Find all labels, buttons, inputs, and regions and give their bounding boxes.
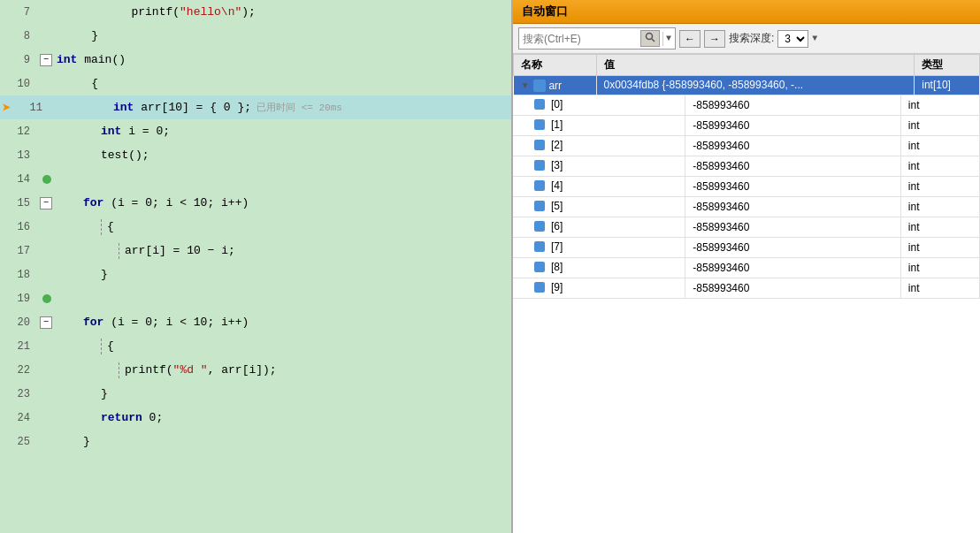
line-gutter <box>37 294 57 303</box>
code-line-24: 24 return 0; <box>0 406 511 430</box>
line-number: 15 <box>0 197 37 209</box>
line-number: 12 <box>0 126 37 138</box>
table-row[interactable]: [3]-858993460int <box>513 156 980 176</box>
table-row[interactable]: [0]-858993460int <box>513 95 980 116</box>
collapse-button[interactable]: − <box>40 316 52 329</box>
line-number: 11 <box>12 102 50 114</box>
line-number: 23 <box>0 388 37 400</box>
idx-value-cell: -858993460 <box>685 278 901 298</box>
idx-type-cell: int <box>900 278 979 298</box>
idx-cube-icon <box>534 140 545 150</box>
table-row[interactable]: [7]-858993460int <box>513 237 980 257</box>
code-line-10: 10 { <box>0 72 511 95</box>
arr-value-cell: 0x0034fdb8 {-858993460, -858993460, -... <box>596 76 915 95</box>
idx-type-cell: int <box>900 257 979 278</box>
line-number: 19 <box>0 293 37 305</box>
code-content: int main() <box>57 48 511 72</box>
idx-name-cell: [8] <box>513 257 685 278</box>
idx-type-cell: int <box>900 135 979 156</box>
arr-cube-icon <box>533 80 546 92</box>
code-line-9: 9 − int main() <box>0 48 511 72</box>
idx-value-cell: -858993460 <box>685 115 901 135</box>
line-number: 14 <box>0 173 37 186</box>
code-content: printf("hello\n"); <box>57 0 511 24</box>
code-content: printf("%d ", arr[i]); <box>57 358 511 382</box>
expand-arrow-icon[interactable]: ▼ <box>521 80 530 90</box>
idx-cube-icon <box>534 241 545 252</box>
table-row-arr[interactable]: ▼ arr 0x0034fdb8 {-858993460, -858993460… <box>514 76 980 95</box>
idx-name-cell: [7] <box>513 237 685 257</box>
line-gutter: − <box>37 316 57 329</box>
code-line-8: 8 } <box>0 24 511 48</box>
code-content: test(); <box>57 143 511 167</box>
auto-toolbar: ▼ ← → 搜索深度: 1 2 3 4 ▼ <box>513 24 980 54</box>
arr-name-cell: ▼ arr <box>514 76 597 95</box>
idx-value-cell: -858993460 <box>685 135 901 156</box>
idx-name-cell: [4] <box>513 176 685 196</box>
code-line-12: 12 int i = 0; <box>0 119 511 143</box>
line-number: 24 <box>0 412 37 424</box>
hint-text: 已用时间 <= 20ms <box>256 103 342 113</box>
idx-value-cell: -858993460 <box>685 257 901 278</box>
line-number: 13 <box>0 149 37 162</box>
line-number: 22 <box>0 364 37 377</box>
idx-value-cell: -858993460 <box>685 176 901 196</box>
code-content: { <box>57 72 511 95</box>
auto-window-title: 自动窗口 <box>513 0 980 24</box>
svg-line-1 <box>652 39 655 42</box>
code-content: { <box>57 334 511 358</box>
code-content: } <box>57 430 511 453</box>
search-icon-button[interactable] <box>640 30 660 47</box>
idx-type-cell: int <box>900 115 979 135</box>
code-line-20: 20 − for (i = 0; i < 10; i++) <box>0 310 511 334</box>
arr-type-cell: int[10] <box>915 76 980 95</box>
table-row[interactable]: [6]-858993460int <box>513 217 980 237</box>
code-content: } <box>57 24 511 48</box>
search-dropdown-icon[interactable]: ▼ <box>666 34 671 43</box>
depth-select[interactable]: 1 2 3 4 <box>777 30 808 48</box>
idx-type-cell: int <box>900 156 979 176</box>
idx-type-cell: int <box>900 176 979 196</box>
search-input[interactable] <box>523 33 638 45</box>
nav-back-button[interactable]: ← <box>679 30 701 48</box>
col-name: 名称 <box>514 55 597 76</box>
idx-type-cell: int <box>900 196 979 217</box>
idx-value-cell: -858993460 <box>685 196 901 217</box>
line-number: 17 <box>0 245 37 257</box>
line-number: 9 <box>0 54 37 66</box>
table-row[interactable]: [8]-858993460int <box>513 257 980 278</box>
idx-cube-icon <box>534 201 545 211</box>
table-row[interactable]: [5]-858993460int <box>513 196 980 217</box>
collapse-button[interactable]: − <box>40 54 52 66</box>
code-line-18: 18 } <box>0 263 511 286</box>
table-row[interactable]: [1]-858993460int <box>513 115 980 135</box>
code-editor: 7 printf("hello\n"); 8 } 9 − int main() … <box>0 0 511 533</box>
table-row[interactable]: [2]-858993460int <box>513 135 980 156</box>
idx-name-cell: [3] <box>513 156 685 176</box>
idx-cube-icon <box>534 99 545 110</box>
code-line-19: 19 <box>0 286 511 310</box>
auto-table: 名称 值 类型 ▼ arr 0x0034fdb8 {-858993460, <box>513 54 980 533</box>
idx-name-cell: [5] <box>513 196 685 217</box>
idx-value-cell: -858993460 <box>685 237 901 257</box>
line-gutter: − <box>37 54 57 66</box>
idx-cube-icon <box>534 282 545 293</box>
idx-cube-icon <box>534 119 545 130</box>
breakpoint-indicator <box>42 294 51 303</box>
line-gutter: − <box>37 197 57 209</box>
code-line-13: 13 test(); <box>0 143 511 167</box>
depth-dropdown-icon: ▼ <box>812 34 817 43</box>
auto-window: 自动窗口 ▼ ← → 搜索深度: 1 2 3 4 ▼ <box>511 0 980 533</box>
code-content: } <box>57 263 511 286</box>
idx-cube-icon <box>534 221 545 232</box>
idx-type-cell: int <box>900 217 979 237</box>
line-number: 25 <box>0 436 37 448</box>
line-number: 8 <box>0 30 37 42</box>
code-line-7: 7 printf("hello\n"); <box>0 0 511 24</box>
collapse-button[interactable]: − <box>40 197 52 209</box>
nav-forward-button[interactable]: → <box>704 30 725 48</box>
table-row[interactable]: [9]-858993460int <box>513 278 980 298</box>
arr-label: arr <box>548 80 562 92</box>
table-row[interactable]: [4]-858993460int <box>513 176 980 196</box>
code-line-16: 16 { <box>0 215 511 239</box>
